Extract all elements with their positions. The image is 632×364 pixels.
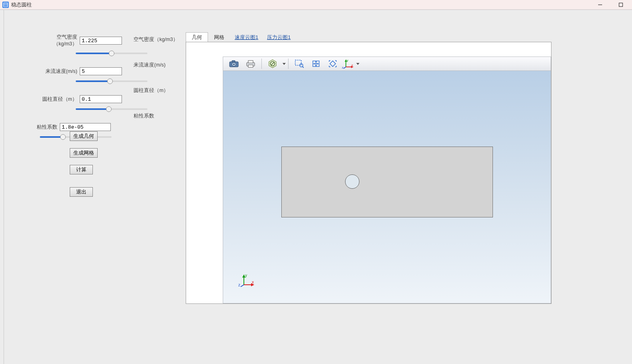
svg-line-24 <box>343 67 346 68</box>
exit-button[interactable]: 退出 <box>70 187 93 197</box>
tab-velocity-contour[interactable]: 速度云图1 <box>230 32 263 42</box>
geometry-canvas[interactable]: y x z <box>223 71 551 303</box>
viewport-frame: y x z y x z <box>186 42 552 304</box>
toolbar-separator <box>261 59 262 69</box>
svg-rect-0 <box>4 3 8 7</box>
app-body: 空气密度（kg/m3） 来流速度(m/s) 圆柱直径（m） 粘性系数 <box>0 10 632 364</box>
svg-rect-19 <box>330 61 336 67</box>
axis-z-label: z <box>342 66 343 69</box>
mirror-velocity: 来流速度(m/s) <box>133 62 181 68</box>
viscosity-input[interactable] <box>60 123 111 131</box>
svg-rect-11 <box>248 65 253 67</box>
viscosity-label: 粘性系数 <box>36 124 60 131</box>
viewport-tabs: 几何 网格 速度云图1 压力云图1 <box>186 33 295 42</box>
action-buttons: 生成几何 生成网格 计算 退出 <box>70 131 98 197</box>
mirror-air-density: 空气密度（kg/m3） <box>133 36 181 43</box>
chevron-down-icon <box>283 63 286 65</box>
velocity-label: 来流速度(m/s) <box>36 68 80 75</box>
disable-dropdown[interactable] <box>281 63 286 65</box>
printer-icon[interactable] <box>242 58 259 70</box>
app-icon <box>2 2 9 8</box>
orientation-triad: y x z <box>238 272 256 289</box>
svg-text:y: y <box>245 273 247 278</box>
svg-line-29 <box>241 285 244 287</box>
cylinder-circle <box>345 174 359 189</box>
air-density-input[interactable] <box>80 37 122 45</box>
disable-icon[interactable] <box>264 58 281 70</box>
diameter-input[interactable] <box>80 95 122 103</box>
minimize-button[interactable] <box>595 1 606 9</box>
tab-mesh[interactable]: 网格 <box>208 32 230 42</box>
tab-geometry[interactable]: 几何 <box>186 32 208 42</box>
generate-geometry-button[interactable]: 生成几何 <box>70 131 98 141</box>
axis-y-label: y <box>347 59 348 62</box>
svg-rect-10 <box>248 61 253 63</box>
velocity-input[interactable] <box>80 67 122 75</box>
window-controls <box>595 1 630 9</box>
titlebar: 稳态圆柱 <box>0 0 632 10</box>
svg-rect-15 <box>295 60 301 65</box>
svg-text:z: z <box>238 283 240 287</box>
camera-icon[interactable] <box>226 58 242 70</box>
chevron-down-icon <box>356 63 359 65</box>
toolbar-separator <box>288 59 289 69</box>
axis-triad-icon[interactable]: y x z <box>341 58 355 70</box>
window-title: 稳态圆柱 <box>11 1 32 8</box>
viewport-toolbar: y x z <box>223 57 551 71</box>
compute-button[interactable]: 计算 <box>70 165 93 174</box>
svg-text:x: x <box>252 280 254 284</box>
mirror-labels: 空气密度（kg/m3） 来流速度(m/s) 圆柱直径（m） 粘性系数 <box>133 36 181 138</box>
domain-rectangle <box>281 147 493 217</box>
fit-view-icon[interactable] <box>324 58 341 70</box>
svg-rect-6 <box>232 61 235 62</box>
triad-dropdown[interactable] <box>355 63 359 65</box>
pan-icon[interactable] <box>308 58 324 70</box>
maximize-button[interactable] <box>615 1 626 9</box>
svg-rect-4 <box>619 3 623 6</box>
mirror-diameter: 圆柱直径（m） <box>133 87 181 94</box>
generate-mesh-button[interactable]: 生成网格 <box>70 148 98 158</box>
left-gutter <box>0 10 4 364</box>
air-density-label: 空气密度（kg/m3） <box>36 34 80 47</box>
axis-x-label: x <box>351 63 353 67</box>
tab-pressure-contour[interactable]: 压力云图1 <box>263 32 295 42</box>
mirror-viscosity: 粘性系数 <box>133 113 181 119</box>
diameter-label: 圆柱直径（m） <box>36 96 80 103</box>
zoom-box-icon[interactable] <box>291 58 308 70</box>
svg-point-8 <box>233 64 235 65</box>
svg-line-17 <box>302 67 304 68</box>
